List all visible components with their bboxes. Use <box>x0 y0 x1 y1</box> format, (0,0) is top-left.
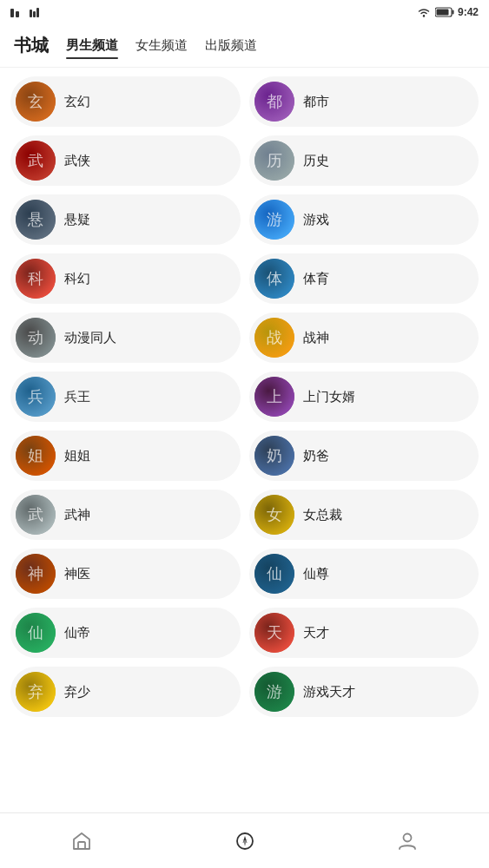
category-avatar-dushi: 都 <box>254 82 294 122</box>
category-item-tiyu[interactable]: 体体育 <box>249 253 479 304</box>
category-label-qishao: 弃少 <box>64 684 90 700</box>
category-item-naiba[interactable]: 奶奶爸 <box>249 431 479 481</box>
svg-text:游: 游 <box>267 683 282 700</box>
wifi-icon <box>416 6 432 18</box>
svg-text:弃: 弃 <box>28 683 43 700</box>
svg-text:仙: 仙 <box>28 624 43 641</box>
svg-text:奶: 奶 <box>267 447 282 464</box>
bottom-nav-explore[interactable] <box>163 813 327 868</box>
svg-text:女: 女 <box>267 506 282 523</box>
category-item-zhanshen[interactable]: 战战神 <box>249 312 479 363</box>
category-label-shangmen: 上门女婿 <box>303 389 355 405</box>
category-label-kehuan: 科幻 <box>64 271 90 287</box>
category-item-kehuan[interactable]: 科科幻 <box>10 253 241 304</box>
category-avatar-kehuan: 科 <box>16 259 56 299</box>
tab-publish[interactable]: 出版频道 <box>205 34 257 57</box>
svg-text:都: 都 <box>267 93 282 110</box>
category-grid: 玄玄幻都都市武武侠历历史悬悬疑游游戏科科幻体体育动动漫同人战战神兵兵王上上门女婿… <box>10 76 479 717</box>
home-icon <box>70 830 93 852</box>
category-avatar-youxi: 游 <box>254 200 294 240</box>
compass-icon <box>234 830 256 852</box>
category-item-qishao[interactable]: 弃弃少 <box>10 667 241 717</box>
content-area: 玄玄幻都都市武武侠历历史悬悬疑游游戏科科幻体体育动动漫同人战战神兵兵王上上门女婿… <box>0 68 489 821</box>
category-label-xianzun: 仙尊 <box>303 566 329 582</box>
status-left <box>10 7 43 17</box>
category-avatar-xiandi: 仙 <box>16 613 56 653</box>
svg-text:玄: 玄 <box>28 93 43 110</box>
svg-text:神: 神 <box>28 565 43 582</box>
svg-rect-53 <box>78 842 85 849</box>
bottom-nav <box>0 812 489 868</box>
app-icon-2 <box>30 7 43 17</box>
category-avatar-shenyi: 神 <box>16 554 56 594</box>
category-avatar-lishi: 历 <box>254 141 294 181</box>
category-avatar-bingwang: 兵 <box>16 377 56 417</box>
category-label-xuanyi: 悬疑 <box>64 212 90 228</box>
category-avatar-tiancai: 天 <box>254 613 294 653</box>
profile-icon <box>396 830 419 852</box>
category-item-wushen[interactable]: 武武神 <box>10 490 241 540</box>
category-item-xianzun[interactable]: 仙仙尊 <box>249 549 479 599</box>
category-avatar-youxitiancai: 游 <box>254 672 294 712</box>
category-avatar-zhanshen: 战 <box>254 318 294 358</box>
category-label-youxi: 游戏 <box>303 212 329 228</box>
svg-point-58 <box>404 833 412 841</box>
category-avatar-dongman: 动 <box>16 318 56 358</box>
svg-rect-7 <box>452 10 453 15</box>
category-label-wuxia: 武侠 <box>64 153 90 169</box>
svg-rect-3 <box>33 11 36 17</box>
svg-point-5 <box>423 15 425 16</box>
svg-text:历: 历 <box>267 152 282 169</box>
svg-rect-1 <box>16 11 19 17</box>
app-icon-1 <box>10 7 24 17</box>
category-label-dongman: 动漫同人 <box>64 330 116 346</box>
category-avatar-tiyu: 体 <box>254 259 294 299</box>
category-avatar-xianzun: 仙 <box>254 554 294 594</box>
svg-rect-2 <box>30 10 32 17</box>
svg-text:悬: 悬 <box>27 211 43 228</box>
tab-male[interactable]: 男生频道 <box>66 34 118 57</box>
category-item-xuanhuan[interactable]: 玄玄幻 <box>10 76 241 127</box>
category-label-youxitiancai: 游戏天才 <box>303 684 355 700</box>
bottom-nav-profile[interactable] <box>326 813 489 868</box>
category-item-shenyi[interactable]: 神神医 <box>10 549 241 599</box>
category-avatar-wushen: 武 <box>16 495 56 535</box>
category-label-jiejie: 姐姐 <box>64 448 90 464</box>
category-item-shangmen[interactable]: 上上门女婿 <box>249 372 479 422</box>
svg-text:上: 上 <box>267 388 282 405</box>
battery-icon <box>435 7 454 17</box>
svg-text:武: 武 <box>28 152 43 169</box>
svg-text:动: 动 <box>28 329 43 346</box>
category-item-youxi[interactable]: 游游戏 <box>249 194 479 245</box>
svg-text:体: 体 <box>267 270 282 287</box>
category-avatar-xuanhuan: 玄 <box>16 82 56 122</box>
category-item-youxitiancai[interactable]: 游游戏天才 <box>249 667 479 717</box>
category-label-shenyi: 神医 <box>64 566 90 582</box>
category-label-xiandi: 仙帝 <box>64 625 90 641</box>
category-item-dushi[interactable]: 都都市 <box>249 76 479 127</box>
category-item-bingwang[interactable]: 兵兵王 <box>10 372 241 422</box>
category-avatar-xuanyi: 悬 <box>16 200 56 240</box>
header: 书城 男生频道 女生频道 出版频道 <box>0 24 489 68</box>
category-avatar-nuzongcai: 女 <box>254 495 294 535</box>
tab-female[interactable]: 女生频道 <box>135 34 188 57</box>
category-item-tiancai[interactable]: 天天才 <box>249 608 479 658</box>
svg-text:游: 游 <box>267 211 282 228</box>
status-time: 9:42 <box>458 6 479 18</box>
category-item-nuzongcai[interactable]: 女女总裁 <box>249 490 479 540</box>
category-item-wuxia[interactable]: 武武侠 <box>10 135 241 186</box>
category-item-jiejie[interactable]: 姐姐姐 <box>10 431 241 481</box>
category-avatar-qishao: 弃 <box>16 672 56 712</box>
svg-text:仙: 仙 <box>267 565 282 582</box>
category-avatar-jiejie: 姐 <box>16 436 56 476</box>
category-label-tiancai: 天才 <box>303 625 329 641</box>
category-label-bingwang: 兵王 <box>64 389 90 405</box>
category-label-wushen: 武神 <box>64 507 90 523</box>
category-item-xuanyi[interactable]: 悬悬疑 <box>10 194 241 245</box>
category-item-dongman[interactable]: 动动漫同人 <box>10 312 241 363</box>
category-item-xiandi[interactable]: 仙仙帝 <box>10 608 241 658</box>
svg-text:武: 武 <box>28 506 43 523</box>
status-icons: 9:42 <box>416 6 479 18</box>
category-item-lishi[interactable]: 历历史 <box>249 135 479 186</box>
bottom-nav-home[interactable] <box>0 813 163 868</box>
